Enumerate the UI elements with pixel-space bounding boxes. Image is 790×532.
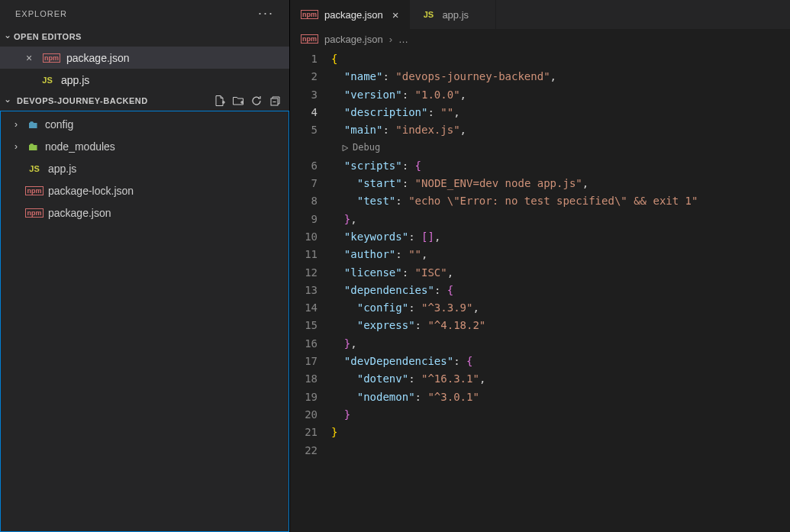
line-number: 16	[290, 335, 318, 353]
play-icon	[340, 143, 350, 153]
tree-file[interactable]: npmpackage.json	[1, 202, 289, 224]
folder-name: node_modules	[45, 140, 115, 153]
code-line[interactable]: "devDependencies": {	[331, 353, 790, 370]
line-number: 13	[290, 282, 318, 299]
code-line[interactable]: },	[331, 335, 790, 353]
line-number: 12	[290, 264, 318, 282]
close-icon[interactable]: ×	[26, 52, 37, 64]
folder-config-icon: 🖿	[25, 118, 40, 131]
code-line[interactable]: "keywords": [],	[331, 228, 790, 246]
tree-folder[interactable]: 🖿config	[1, 113, 289, 135]
code-line[interactable]: "scripts": {	[331, 157, 790, 175]
code-line[interactable]: "start": "NODE_ENV=dev node app.js",	[331, 175, 790, 192]
code-line[interactable]: "name": "devops-journey-backend",	[331, 68, 790, 85]
new-folder-icon[interactable]	[231, 94, 245, 108]
chevron-down-icon	[2, 95, 14, 106]
line-number: 15	[290, 317, 318, 334]
chevron-down-icon	[2, 31, 14, 42]
line-number: 10	[290, 228, 318, 246]
explorer-title: EXPLORER	[15, 9, 67, 18]
new-file-icon[interactable]	[213, 94, 227, 108]
close-icon[interactable]: ×	[392, 8, 399, 21]
line-number: 11	[290, 246, 318, 263]
line-number: 17	[290, 353, 318, 370]
line-number: 5	[290, 121, 318, 139]
code-editor[interactable]: 12345 678910111213141516171819202122 { "…	[290, 49, 790, 532]
code-line[interactable]: }	[331, 406, 790, 424]
npm-icon: npm	[301, 34, 318, 44]
folder-name: config	[45, 118, 73, 131]
code-content[interactable]: { "name": "devops-journey-backend", "ver…	[331, 50, 790, 532]
code-line[interactable]: "license": "ISC",	[331, 264, 790, 282]
folder-node-modules-icon: 🖿	[25, 140, 40, 153]
code-line[interactable]: "version": "1.0.0",	[331, 86, 790, 104]
npm-icon: npm	[301, 10, 318, 19]
code-line[interactable]: "main": "index.js",	[331, 121, 790, 139]
file-name: app.js	[48, 163, 76, 175]
more-actions-icon[interactable]: ···	[258, 5, 274, 21]
line-number: 18	[290, 370, 318, 388]
breadcrumbs[interactable]: npm package.json › …	[290, 29, 790, 49]
line-number: 4	[290, 104, 318, 121]
code-line[interactable]: "test": "echo \"Error: no test specified…	[331, 192, 790, 210]
line-number: 1	[290, 50, 318, 68]
file-name: package.json	[48, 207, 111, 219]
line-gutter: 12345 678910111213141516171819202122	[290, 50, 331, 532]
explorer-sidebar: EXPLORER ··· OPEN EDITORS ×npmpackage.js…	[0, 0, 290, 532]
collapse-all-icon[interactable]	[268, 94, 282, 108]
js-icon: JS	[421, 8, 436, 21]
line-number: 3	[290, 86, 318, 104]
line-number: 6	[290, 157, 318, 175]
project-actions	[213, 94, 289, 108]
line-number: 14	[290, 299, 318, 317]
open-editors-list: ×npmpackage.jsonJSapp.js	[0, 47, 289, 91]
code-line[interactable]: {	[331, 50, 790, 68]
breadcrumb-item[interactable]: package.json	[324, 34, 383, 45]
editor-tab[interactable]: JSapp.js×	[410, 0, 495, 29]
code-line[interactable]: "author": "",	[331, 246, 790, 263]
js-icon: JS	[25, 163, 44, 175]
code-line[interactable]: "nodemon": "^3.0.1"	[331, 389, 790, 406]
tree-folder[interactable]: 🖿node_modules	[1, 135, 289, 157]
file-name: app.js	[61, 74, 89, 86]
line-number: 2	[290, 68, 318, 85]
npm-icon: npm	[25, 186, 44, 195]
line-number: 20	[290, 406, 318, 424]
line-number: 8	[290, 192, 318, 210]
refresh-icon[interactable]	[250, 94, 263, 108]
breadcrumb-separator: ›	[389, 34, 392, 45]
code-line[interactable]: }	[331, 424, 790, 441]
editor-pane: npmpackage.json×JSapp.js× npm package.js…	[290, 0, 790, 532]
code-line[interactable]	[331, 442, 790, 459]
code-line[interactable]: "description": "",	[331, 104, 790, 121]
debug-codelens[interactable]: Debug	[331, 139, 790, 156]
tab-label: package.json	[324, 9, 383, 21]
project-name: DEVOPS-JOURNEY-BACKEND	[17, 96, 210, 105]
file-name: package.json	[66, 52, 130, 64]
code-line[interactable]: "express": "^4.18.2"	[331, 317, 790, 334]
tab-label: app.js	[442, 9, 469, 21]
code-line[interactable]: "dependencies": {	[331, 282, 790, 299]
breadcrumb-more[interactable]: …	[398, 34, 408, 45]
explorer-header: EXPLORER ···	[0, 0, 289, 27]
npm-icon: npm	[25, 208, 44, 218]
code-line[interactable]: "dotenv": "^16.3.1",	[331, 370, 790, 388]
line-number: 7	[290, 175, 318, 192]
npm-icon: npm	[43, 53, 60, 63]
open-editors-header[interactable]: OPEN EDITORS	[0, 27, 289, 47]
file-tree: 🖿config🖿node_modulesJSapp.jsnpmpackage-l…	[0, 111, 289, 532]
code-line[interactable]: },	[331, 211, 790, 228]
open-editor-item[interactable]: ×npmpackage.json	[0, 47, 289, 69]
js-icon: JS	[40, 74, 55, 86]
open-editors-label: OPEN EDITORS	[14, 32, 82, 41]
project-header[interactable]: DEVOPS-JOURNEY-BACKEND	[0, 91, 289, 111]
code-line[interactable]: "config": "^3.3.9",	[331, 299, 790, 317]
tree-file[interactable]: npmpackage-lock.json	[1, 179, 289, 202]
editor-tab[interactable]: npmpackage.json×	[290, 0, 410, 29]
line-number: 19	[290, 389, 318, 406]
editor-tabs: npmpackage.json×JSapp.js×	[290, 0, 790, 29]
file-name: package-lock.json	[48, 185, 134, 197]
tree-file[interactable]: JSapp.js	[1, 157, 289, 179]
line-number: 21	[290, 424, 318, 441]
open-editor-item[interactable]: JSapp.js	[0, 69, 289, 91]
